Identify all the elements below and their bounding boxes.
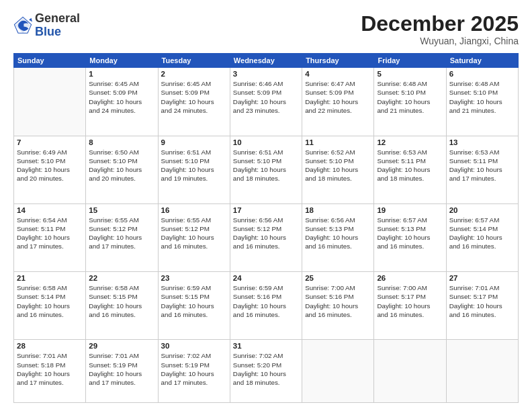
day-number: 2 bbox=[161, 70, 227, 78]
day-number: 26 bbox=[377, 274, 443, 282]
day-info: Sunrise: 6:49 AM Sunset: 5:10 PM Dayligh… bbox=[17, 148, 83, 183]
table-row: 29Sunrise: 7:01 AM Sunset: 5:19 PM Dayli… bbox=[86, 340, 158, 403]
table-row: 11Sunrise: 6:52 AM Sunset: 5:10 PM Dayli… bbox=[302, 136, 374, 203]
weekday-header-row: Sunday Monday Tuesday Wednesday Thursday… bbox=[14, 54, 519, 68]
table-row: 10Sunrise: 6:51 AM Sunset: 5:10 PM Dayli… bbox=[230, 136, 302, 203]
day-info: Sunrise: 7:00 AM Sunset: 5:17 PM Dayligh… bbox=[377, 283, 443, 319]
logo-blue-text: Blue bbox=[35, 26, 80, 39]
table-row: 17Sunrise: 6:56 AM Sunset: 5:12 PM Dayli… bbox=[230, 203, 302, 271]
day-info: Sunrise: 6:57 AM Sunset: 5:13 PM Dayligh… bbox=[377, 216, 443, 251]
table-row: 24Sunrise: 6:59 AM Sunset: 5:16 PM Dayli… bbox=[230, 272, 302, 340]
logo: General Blue bbox=[13, 12, 80, 39]
day-info: Sunrise: 6:48 AM Sunset: 5:10 PM Dayligh… bbox=[449, 79, 515, 115]
table-row: 19Sunrise: 6:57 AM Sunset: 5:13 PM Dayli… bbox=[374, 203, 446, 271]
month-title: December 2025 bbox=[361, 12, 519, 36]
table-row bbox=[14, 68, 86, 136]
day-number: 10 bbox=[233, 138, 299, 146]
table-row: 28Sunrise: 7:01 AM Sunset: 5:18 PM Dayli… bbox=[14, 340, 86, 403]
day-number: 25 bbox=[305, 274, 371, 282]
table-row: 27Sunrise: 7:01 AM Sunset: 5:17 PM Dayli… bbox=[446, 272, 518, 340]
day-number: 28 bbox=[17, 342, 83, 350]
day-info: Sunrise: 7:01 AM Sunset: 5:17 PM Dayligh… bbox=[449, 283, 515, 319]
table-row: 18Sunrise: 6:56 AM Sunset: 5:13 PM Dayli… bbox=[302, 203, 374, 271]
day-number: 23 bbox=[161, 274, 227, 282]
day-number: 27 bbox=[449, 274, 515, 282]
day-number: 19 bbox=[377, 206, 443, 214]
table-row: 9Sunrise: 6:51 AM Sunset: 5:10 PM Daylig… bbox=[158, 136, 230, 203]
header-wednesday: Wednesday bbox=[230, 54, 302, 68]
day-info: Sunrise: 6:58 AM Sunset: 5:14 PM Dayligh… bbox=[17, 283, 83, 319]
day-number: 15 bbox=[89, 206, 154, 214]
day-number: 20 bbox=[449, 206, 515, 214]
day-number: 7 bbox=[17, 138, 83, 146]
day-info: Sunrise: 6:52 AM Sunset: 5:10 PM Dayligh… bbox=[305, 148, 371, 183]
day-number: 5 bbox=[377, 70, 443, 78]
header: General Blue December 2025 Wuyuan, Jiang… bbox=[13, 12, 519, 46]
day-number: 29 bbox=[89, 342, 154, 350]
day-number: 13 bbox=[449, 138, 515, 146]
table-row bbox=[302, 340, 374, 403]
table-row: 1Sunrise: 6:45 AM Sunset: 5:09 PM Daylig… bbox=[86, 68, 158, 136]
week-row-2: 7Sunrise: 6:49 AM Sunset: 5:10 PM Daylig… bbox=[14, 136, 519, 203]
week-row-1: 1Sunrise: 6:45 AM Sunset: 5:09 PM Daylig… bbox=[14, 68, 519, 136]
day-number: 17 bbox=[233, 206, 299, 214]
table-row: 7Sunrise: 6:49 AM Sunset: 5:10 PM Daylig… bbox=[14, 136, 86, 203]
day-info: Sunrise: 6:51 AM Sunset: 5:10 PM Dayligh… bbox=[161, 148, 227, 183]
table-row bbox=[446, 340, 518, 403]
day-number: 4 bbox=[305, 70, 371, 78]
table-row: 5Sunrise: 6:48 AM Sunset: 5:10 PM Daylig… bbox=[374, 68, 446, 136]
day-number: 9 bbox=[161, 138, 227, 146]
header-sunday: Sunday bbox=[14, 54, 86, 68]
calendar-table: Sunday Monday Tuesday Wednesday Thursday… bbox=[13, 53, 519, 403]
table-row: 21Sunrise: 6:58 AM Sunset: 5:14 PM Dayli… bbox=[14, 272, 86, 340]
table-row: 13Sunrise: 6:53 AM Sunset: 5:11 PM Dayli… bbox=[446, 136, 518, 203]
table-row: 2Sunrise: 6:45 AM Sunset: 5:09 PM Daylig… bbox=[158, 68, 230, 136]
table-row: 26Sunrise: 7:00 AM Sunset: 5:17 PM Dayli… bbox=[374, 272, 446, 340]
table-row: 30Sunrise: 7:02 AM Sunset: 5:19 PM Dayli… bbox=[158, 340, 230, 403]
day-info: Sunrise: 6:45 AM Sunset: 5:09 PM Dayligh… bbox=[161, 79, 227, 115]
day-info: Sunrise: 6:56 AM Sunset: 5:12 PM Dayligh… bbox=[233, 216, 299, 251]
day-number: 14 bbox=[17, 206, 83, 214]
table-row: 4Sunrise: 6:47 AM Sunset: 5:09 PM Daylig… bbox=[302, 68, 374, 136]
day-info: Sunrise: 6:58 AM Sunset: 5:15 PM Dayligh… bbox=[89, 283, 154, 319]
day-info: Sunrise: 6:50 AM Sunset: 5:10 PM Dayligh… bbox=[89, 148, 154, 183]
logo-text: General Blue bbox=[35, 12, 80, 39]
day-number: 22 bbox=[89, 274, 154, 282]
table-row: 12Sunrise: 6:53 AM Sunset: 5:11 PM Dayli… bbox=[374, 136, 446, 203]
day-info: Sunrise: 7:02 AM Sunset: 5:20 PM Dayligh… bbox=[233, 351, 299, 387]
day-info: Sunrise: 6:55 AM Sunset: 5:12 PM Dayligh… bbox=[161, 216, 227, 251]
day-info: Sunrise: 6:59 AM Sunset: 5:15 PM Dayligh… bbox=[161, 283, 227, 319]
day-info: Sunrise: 6:53 AM Sunset: 5:11 PM Dayligh… bbox=[449, 148, 515, 183]
title-block: December 2025 Wuyuan, Jiangxi, China bbox=[361, 12, 519, 46]
logo-icon bbox=[13, 16, 32, 35]
table-row: 16Sunrise: 6:55 AM Sunset: 5:12 PM Dayli… bbox=[158, 203, 230, 271]
day-number: 3 bbox=[233, 70, 299, 78]
table-row bbox=[374, 340, 446, 403]
table-row: 31Sunrise: 7:02 AM Sunset: 5:20 PM Dayli… bbox=[230, 340, 302, 403]
header-tuesday: Tuesday bbox=[158, 54, 230, 68]
table-row: 8Sunrise: 6:50 AM Sunset: 5:10 PM Daylig… bbox=[86, 136, 158, 203]
table-row: 23Sunrise: 6:59 AM Sunset: 5:15 PM Dayli… bbox=[158, 272, 230, 340]
day-number: 30 bbox=[161, 342, 227, 350]
day-info: Sunrise: 6:48 AM Sunset: 5:10 PM Dayligh… bbox=[377, 79, 443, 115]
day-number: 31 bbox=[233, 342, 299, 350]
table-row: 22Sunrise: 6:58 AM Sunset: 5:15 PM Dayli… bbox=[86, 272, 158, 340]
day-number: 12 bbox=[377, 138, 443, 146]
day-info: Sunrise: 7:00 AM Sunset: 5:16 PM Dayligh… bbox=[305, 283, 371, 319]
week-row-5: 28Sunrise: 7:01 AM Sunset: 5:18 PM Dayli… bbox=[14, 340, 519, 403]
header-thursday: Thursday bbox=[302, 54, 374, 68]
day-info: Sunrise: 6:53 AM Sunset: 5:11 PM Dayligh… bbox=[377, 148, 443, 183]
table-row: 25Sunrise: 7:00 AM Sunset: 5:16 PM Dayli… bbox=[302, 272, 374, 340]
week-row-4: 21Sunrise: 6:58 AM Sunset: 5:14 PM Dayli… bbox=[14, 272, 519, 340]
day-number: 24 bbox=[233, 274, 299, 282]
day-number: 8 bbox=[89, 138, 154, 146]
header-friday: Friday bbox=[374, 54, 446, 68]
day-info: Sunrise: 6:46 AM Sunset: 5:09 PM Dayligh… bbox=[233, 79, 299, 115]
header-monday: Monday bbox=[86, 54, 158, 68]
day-number: 21 bbox=[17, 274, 83, 282]
day-number: 6 bbox=[449, 70, 515, 78]
day-info: Sunrise: 6:47 AM Sunset: 5:09 PM Dayligh… bbox=[305, 79, 371, 115]
location: Wuyuan, Jiangxi, China bbox=[361, 36, 519, 46]
table-row: 6Sunrise: 6:48 AM Sunset: 5:10 PM Daylig… bbox=[446, 68, 518, 136]
day-info: Sunrise: 6:55 AM Sunset: 5:12 PM Dayligh… bbox=[89, 216, 154, 251]
